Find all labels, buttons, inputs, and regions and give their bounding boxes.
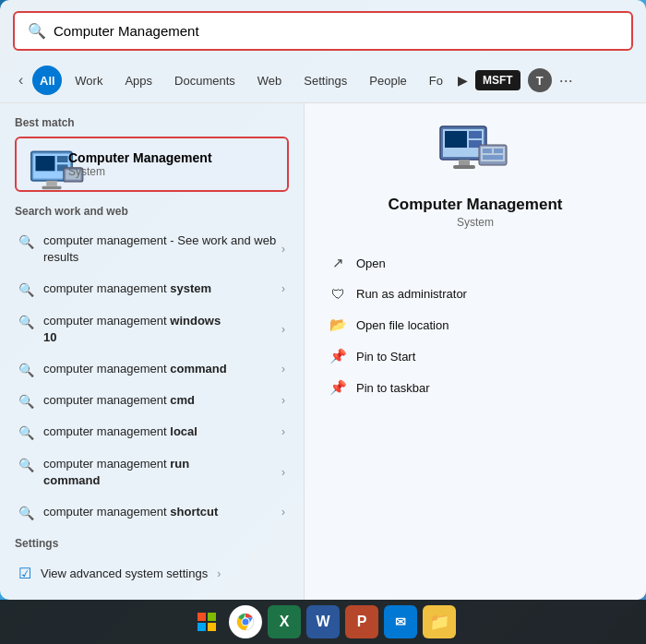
tab-web[interactable]: Web [248, 69, 292, 92]
svg-rect-11 [445, 131, 467, 148]
list-item[interactable]: 🔍 computer management local › [15, 416, 289, 447]
app-name: Computer Management [68, 150, 212, 165]
svg-rect-12 [469, 131, 482, 138]
tab-apps[interactable]: Apps [115, 69, 162, 92]
search-web-label: Search work and web [15, 205, 289, 218]
action-pin-to-taskbar[interactable]: 📌 Pin to taskbar [323, 372, 628, 403]
tab-all[interactable]: All [32, 66, 62, 95]
settings-section: Settings ☑ View advanced system settings… [15, 537, 289, 590]
play-icon[interactable]: ▶ [458, 73, 468, 88]
tab-documents[interactable]: Documents [165, 69, 245, 92]
result-text: computer management local [43, 423, 197, 440]
search-icon: 🔍 [28, 22, 46, 40]
svg-rect-6 [42, 186, 62, 190]
action-pin-start-label: Pin to Start [356, 350, 415, 364]
svg-rect-5 [46, 181, 57, 186]
search-result-icon: 🔍 [18, 506, 34, 520]
best-match-text: Computer Management System [68, 150, 212, 178]
taskbar-chrome-icon[interactable] [229, 605, 262, 638]
action-open-file-location[interactable]: 📂 Open file location [323, 309, 628, 340]
taskbar-outlook-icon[interactable]: ✉ [384, 605, 417, 638]
action-file-location-label: Open file location [356, 318, 449, 332]
search-results-section: Search work and web 🔍 computer managemen… [15, 205, 289, 528]
settings-item-text: View advanced system settings [41, 566, 208, 580]
app-preview-name: Computer Management [389, 196, 563, 214]
action-run-admin-label: Run as administrator [356, 287, 467, 301]
svg-rect-15 [453, 165, 475, 169]
svg-rect-2 [36, 156, 55, 171]
chevron-right-icon: › [281, 466, 285, 479]
search-result-icon: 🔍 [18, 234, 34, 249]
svg-rect-24 [208, 623, 216, 631]
search-result-icon: 🔍 [18, 394, 34, 409]
chevron-right-icon: › [281, 323, 285, 336]
action-list: ↗ Open 🛡 Run as administrator 📂 Open fil… [323, 247, 628, 403]
list-item[interactable]: 🔍 computer management windows10 › [15, 305, 289, 353]
list-item[interactable]: 🔍 computer management shortcut › [15, 496, 289, 528]
taskbar-powerpoint-icon[interactable]: P [345, 605, 378, 638]
msft-badge[interactable]: MSFT [475, 70, 520, 90]
action-pin-to-start[interactable]: 📌 Pin to Start [323, 340, 628, 372]
list-item[interactable]: 🔍 computer management cmd › [15, 385, 289, 416]
user-avatar[interactable]: T [528, 68, 552, 92]
list-item[interactable]: 🔍 computer management - See work and web… [15, 225, 289, 273]
tab-settings[interactable]: Settings [294, 69, 356, 92]
search-result-icon: 🔍 [18, 363, 34, 377]
result-text: computer management system [43, 280, 211, 297]
chevron-right-icon: › [281, 425, 285, 438]
open-icon: ↗ [329, 255, 347, 271]
best-match-item[interactable]: Computer Management System [15, 137, 289, 192]
search-result-icon: 🔍 [18, 315, 34, 329]
app-preview-icon [438, 122, 512, 186]
pin-icon: 📌 [329, 348, 347, 364]
nav-tabs: ‹ All Work Apps Documents Web Settings P… [0, 62, 646, 103]
result-text: computer management shortcut [43, 504, 218, 520]
result-text: computer management runcommand [43, 456, 189, 489]
svg-rect-20 [483, 155, 503, 160]
svg-rect-18 [483, 149, 492, 153]
right-panel: Computer Management System ↗ Open 🛡 Run … [305, 103, 646, 600]
chevron-right-icon: › [281, 506, 285, 519]
search-bar: 🔍 [13, 11, 633, 51]
list-item[interactable]: 🔍 computer management system › [15, 273, 289, 304]
action-pin-taskbar-label: Pin to taskbar [356, 381, 430, 395]
back-button[interactable]: ‹ [13, 68, 29, 92]
result-text: computer management command [43, 361, 227, 377]
tab-people[interactable]: People [360, 69, 415, 92]
left-panel: Best match [0, 103, 305, 600]
taskbar-word-icon[interactable]: W [306, 605, 340, 638]
search-result-icon: 🔍 [18, 282, 34, 297]
action-run-as-admin[interactable]: 🛡 Run as administrator [323, 279, 628, 309]
folder-icon: 📂 [329, 316, 347, 333]
action-open-label: Open [356, 256, 386, 270]
checkbox-icon: ☑ [18, 565, 31, 582]
search-panel: 🔍 ‹ All Work Apps Documents Web Settings… [0, 0, 646, 600]
search-result-icon: 🔍 [18, 425, 34, 440]
settings-item[interactable]: ☑ View advanced system settings › [15, 557, 289, 590]
search-input[interactable] [54, 23, 618, 39]
best-match-label: Best match [15, 116, 289, 129]
shield-icon: 🛡 [329, 286, 347, 302]
list-item[interactable]: 🔍 computer management runcommand › [15, 448, 289, 496]
settings-label: Settings [15, 537, 289, 550]
chevron-right-icon: › [281, 282, 285, 295]
list-item[interactable]: 🔍 computer management command › [15, 353, 289, 385]
svg-rect-23 [197, 623, 206, 631]
svg-rect-14 [459, 160, 470, 165]
search-result-icon: 🔍 [18, 458, 34, 472]
tab-work[interactable]: Work [66, 69, 112, 92]
taskbar: X W P ✉ 📁 [0, 600, 646, 644]
app-icon [26, 148, 59, 181]
taskbar-files-icon[interactable]: 📁 [423, 605, 456, 638]
tab-fo[interactable]: Fo [420, 69, 452, 92]
action-open[interactable]: ↗ Open [323, 247, 628, 279]
chevron-right-icon: › [281, 394, 285, 407]
taskbar-excel-icon[interactable]: X [268, 605, 301, 638]
more-options-button[interactable]: ··· [559, 71, 573, 90]
app-type: System [68, 165, 212, 178]
svg-rect-22 [208, 613, 216, 621]
chevron-right-icon: › [217, 567, 221, 580]
chevron-right-icon: › [281, 363, 285, 376]
svg-rect-3 [57, 156, 68, 162]
taskbar-windows-icon[interactable] [190, 605, 223, 638]
